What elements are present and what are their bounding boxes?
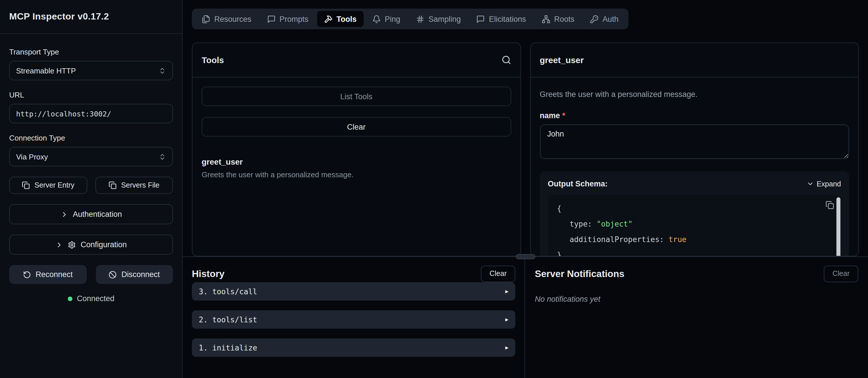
- code-token: {: [557, 204, 561, 213]
- code-line: }: [557, 247, 832, 256]
- app-root: MCP Inspector v0.17.2 Transport Type Str…: [0, 0, 868, 378]
- clear-notifications-button[interactable]: Clear: [824, 265, 858, 282]
- tool-description: Greets the user with a personalized mess…: [202, 170, 511, 179]
- authentication-button[interactable]: Authentication: [9, 204, 173, 224]
- tab-prompts[interactable]: Prompts: [260, 11, 315, 27]
- connection-type-select[interactable]: Via Proxy: [9, 147, 173, 166]
- tab-tools[interactable]: Tools: [317, 11, 364, 27]
- tool-detail-body: Greets the user with a personalized mess…: [530, 77, 858, 256]
- required-marker: *: [562, 111, 565, 120]
- tab-label: Resources: [214, 14, 251, 23]
- tab-bar: Resources Prompts Tools Ping Sampling: [192, 9, 628, 29]
- clear-tools-button[interactable]: Clear: [202, 117, 511, 137]
- tab-label: Sampling: [429, 14, 461, 23]
- tool-name: greet_user: [202, 157, 511, 166]
- expand-label: Expand: [816, 180, 841, 188]
- scrollbar-thumb[interactable]: [836, 197, 840, 256]
- tools-panel: Tools List Tools Clear greet_user Greets…: [192, 42, 521, 256]
- output-schema-title: Output Schema:: [548, 179, 608, 188]
- url-label: URL: [9, 91, 173, 99]
- url-input[interactable]: [9, 104, 173, 123]
- chevrons-up-down-icon: [159, 67, 166, 74]
- chevron-right-icon: [60, 210, 68, 218]
- tab-resources[interactable]: Resources: [195, 11, 258, 27]
- tab-label: Elicitations: [489, 14, 526, 23]
- output-schema-header: Output Schema: Expand: [548, 179, 841, 188]
- bell-icon: [372, 14, 381, 23]
- code-token: additionalProperties:: [569, 235, 669, 244]
- play-icon: ▶: [505, 317, 508, 322]
- tab-ping[interactable]: Ping: [365, 11, 407, 27]
- copy-icon: [22, 181, 30, 189]
- history-header: History Clear: [192, 265, 515, 282]
- main-area: Resources Prompts Tools Ping Sampling: [183, 0, 868, 378]
- network-icon: [541, 14, 550, 23]
- sidebar: MCP Inspector v0.17.2 Transport Type Str…: [0, 0, 183, 378]
- tab-label: Tools: [337, 14, 357, 23]
- transport-type-label: Transport Type: [9, 47, 173, 56]
- transport-type-select[interactable]: Streamable HTTP: [9, 61, 173, 80]
- clear-history-button[interactable]: Clear: [481, 265, 515, 282]
- schema-code-block: { type: "object" additionalProperties: t…: [548, 195, 841, 256]
- rotate-ccw-icon: [23, 270, 31, 278]
- code-token: }: [557, 251, 561, 256]
- message-square-icon: [267, 14, 275, 23]
- tool-detail-title: greet_user: [540, 55, 584, 65]
- app-title: MCP Inspector v0.17.2: [9, 11, 109, 22]
- chevrons-up-down-icon: [159, 153, 166, 160]
- list-tools-button[interactable]: List Tools: [202, 87, 511, 106]
- history-title: History: [192, 268, 225, 279]
- tab-auth[interactable]: Auth: [583, 11, 626, 27]
- sidebar-body: Transport Type Streamable HTTP URL Conne…: [0, 34, 182, 312]
- server-entry-label: Server Entry: [34, 181, 74, 189]
- server-entry-button[interactable]: Server Entry: [9, 177, 87, 194]
- disconnect-button[interactable]: Disconnect: [96, 265, 173, 284]
- authentication-label: Authentication: [73, 210, 122, 218]
- disconnect-label: Disconnect: [122, 270, 160, 279]
- message-square-icon: [476, 14, 485, 23]
- search-button[interactable]: [501, 55, 511, 65]
- search-icon: [501, 55, 511, 65]
- splitter-handle[interactable]: [516, 254, 535, 259]
- key-icon: [590, 14, 598, 23]
- status-dot-icon: [68, 296, 72, 301]
- history-item-label: 3. tools/call: [199, 287, 257, 296]
- code-line: {: [557, 201, 832, 216]
- tab-label: Ping: [385, 14, 400, 23]
- reconnect-button[interactable]: Reconnect: [9, 265, 87, 284]
- code-token: type:: [569, 220, 596, 228]
- param-name-input[interactable]: John: [540, 125, 849, 159]
- tool-detail-description: Greets the user with a personalized mess…: [540, 90, 849, 99]
- history-section: History Clear 3. tools/call ▶ 2. tools/l…: [183, 257, 525, 378]
- tab-sampling[interactable]: Sampling: [409, 11, 468, 27]
- bottom-section: History Clear 3. tools/call ▶ 2. tools/l…: [183, 256, 868, 378]
- code-token-literal: true: [669, 235, 686, 244]
- servers-file-button[interactable]: Servers File: [95, 177, 173, 194]
- param-name-label: name*: [540, 111, 849, 120]
- notifications-title: Server Notifications: [535, 268, 624, 279]
- configuration-button[interactable]: Configuration: [9, 235, 173, 255]
- reconnect-label: Reconnect: [36, 270, 73, 279]
- expand-schema-button[interactable]: Expand: [806, 180, 841, 188]
- tab-roots[interactable]: Roots: [534, 11, 581, 27]
- history-item-label: 2. tools/list: [199, 315, 257, 324]
- configuration-label: Configuration: [81, 240, 127, 249]
- notifications-section: Server Notifications Clear No notificati…: [525, 257, 868, 378]
- status-label: Connected: [77, 294, 115, 303]
- code-token-string: "object": [596, 220, 632, 228]
- copy-schema-button[interactable]: [826, 201, 834, 209]
- connection-status: Connected: [9, 294, 173, 303]
- files-icon: [202, 14, 210, 23]
- tab-label: Auth: [602, 14, 619, 23]
- connection-type-value: Via Proxy: [16, 152, 48, 161]
- connection-type-label: Connection Type: [9, 134, 173, 142]
- copy-icon: [108, 181, 117, 189]
- history-item[interactable]: 2. tools/list ▶: [192, 310, 515, 329]
- tools-panel-body: List Tools Clear greet_user Greets the u…: [192, 77, 520, 256]
- history-item[interactable]: 3. tools/call ▶: [192, 282, 515, 301]
- gear-icon: [68, 241, 76, 249]
- tool-list-item[interactable]: greet_user Greets the user with a person…: [202, 157, 511, 179]
- history-item[interactable]: 1. initialize ▶: [192, 338, 515, 357]
- tab-elicitations[interactable]: Elicitations: [469, 11, 533, 27]
- circle-slash-icon: [109, 270, 117, 278]
